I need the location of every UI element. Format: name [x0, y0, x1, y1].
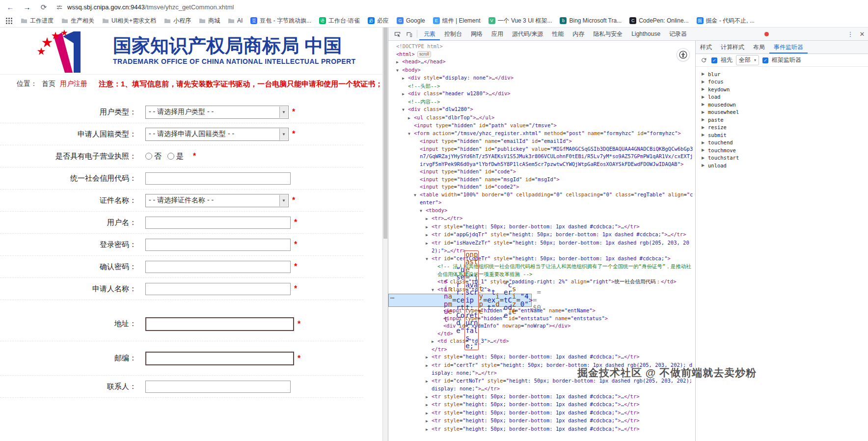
bookmark-folder[interactable]: 商城	[195, 15, 223, 27]
tree-node-selected[interactable]: ⋯<input name="userr.certCode" onpaste="j…	[388, 294, 532, 307]
expand-arrow-icon[interactable]: ▶	[702, 102, 708, 107]
event-listener-row[interactable]: ▶resize	[696, 124, 868, 132]
bookmark-item[interactable]: bBing Microsoft Tra...	[556, 16, 625, 26]
tree-node[interactable]: ▶<tr style="height: 50px; border-bottom:…	[388, 425, 695, 434]
inspect-element-icon[interactable]	[391, 28, 403, 40]
reload-icon[interactable]: ⟳	[39, 3, 48, 12]
tree-node[interactable]: ▶<tr style="height: 50px; border-bottom:…	[388, 223, 695, 231]
framework-checkbox[interactable]: ✓	[762, 57, 768, 63]
expand-arrow-icon[interactable]: ▶	[702, 72, 708, 76]
tree-node[interactable]: ▶<tr style="height: 50px; border-bottom:…	[388, 401, 695, 409]
expand-arrow-icon[interactable]: ▶	[702, 163, 708, 167]
bookmark-item[interactable]: GGoogle	[393, 16, 429, 26]
bookmark-folder[interactable]: 小程序	[161, 15, 194, 27]
expand-arrow-icon[interactable]: ▶	[702, 80, 708, 84]
tree-node[interactable]: ▼<tbody>	[388, 207, 695, 215]
tree-node[interactable]: ▶<head>…</head>	[388, 58, 695, 66]
devtools-tab[interactable]: 网络	[466, 28, 487, 40]
tree-node[interactable]: ▼<div class="dlw1280">	[388, 106, 695, 114]
expand-arrow-icon[interactable]: ▶	[702, 117, 708, 122]
collapse-arrow-icon[interactable]: ▼	[420, 207, 426, 215]
devtools-tab[interactable]: 内存	[568, 28, 589, 40]
sidebar-tab[interactable]: 计算样式	[716, 41, 749, 54]
collapse-arrow-icon[interactable]: ▼	[402, 106, 408, 114]
tree-node[interactable]: ▶<div class="header w1280">…</div>	[388, 90, 695, 98]
expand-arrow-icon[interactable]: ▶	[426, 401, 432, 409]
event-listener-row[interactable]: ▶touchstart	[696, 154, 868, 162]
tree-node[interactable]: <!--头部-->	[388, 83, 695, 90]
devtools-tab[interactable]: 应用	[487, 28, 508, 40]
username-input[interactable]	[145, 217, 291, 229]
bookmark-item[interactable]: CCodePen: Online...	[626, 16, 692, 26]
radio-option[interactable]: 是	[167, 152, 184, 161]
site-settings-icon[interactable]	[56, 4, 63, 11]
expand-arrow-icon[interactable]: ▶	[426, 354, 432, 361]
bookmark-item[interactable]: E组件 | Element	[430, 15, 484, 27]
expand-arrow-icon[interactable]: ▶	[702, 87, 708, 91]
expand-arrow-icon[interactable]: ▶	[408, 114, 414, 122]
event-listener-row[interactable]: ▶keydown	[696, 85, 868, 93]
confirm-password-input[interactable]	[145, 261, 291, 273]
tree-node[interactable]: ▼<table width="100%" border="0" cellpadd…	[388, 191, 695, 207]
tree-node[interactable]: ▶<tr id="certNoTr" style="height: 50px; …	[388, 377, 695, 393]
event-listener-row[interactable]: ▶touchend	[696, 139, 868, 147]
expand-arrow-icon[interactable]: ▶	[702, 148, 708, 152]
expand-arrow-icon[interactable]: ▶	[402, 75, 408, 83]
register-link[interactable]: 用户注册	[60, 80, 87, 88]
applicant-name-input[interactable]	[145, 283, 291, 295]
tree-node[interactable]: <!-- 法人和其他组织统一社会信用代码相当于让法人和其他组织拥有了一个全国统一…	[388, 263, 695, 278]
page-scrollbar[interactable]	[382, 28, 388, 441]
tree-node[interactable]: <input type="hidden" id="path" value="/t…	[388, 122, 695, 130]
bookmark-item[interactable]: 掘掘金 - 代码不止, ...	[693, 15, 758, 27]
expand-arrow-icon[interactable]: ▶	[702, 125, 708, 130]
cert-name-select[interactable]: - - 请选择证件名称 - -▼	[145, 194, 289, 207]
tree-node[interactable]: ▶<tr id="isHaveZzTr" style="height: 50px…	[388, 239, 695, 255]
event-listener-row[interactable]: ▶blur	[696, 70, 868, 78]
url-text[interactable]: wssq.sbj.cnipa.gov.cn:9443/tmsve/yhzc_ge…	[67, 3, 234, 11]
devtools-tab[interactable]: 源代码/来源	[508, 28, 547, 40]
event-listener-row[interactable]: ▶touchmove	[696, 146, 868, 154]
tree-node[interactable]: <!DOCTYPE html>	[388, 43, 695, 51]
tree-node[interactable]: </tr>	[388, 346, 695, 354]
devtools-tab[interactable]: 元素	[419, 28, 440, 40]
devtools-tab[interactable]: 性能	[547, 28, 568, 40]
tree-node[interactable]: <input type="hidden" id="publickey" valu…	[388, 145, 695, 168]
expand-arrow-icon[interactable]: ▶	[432, 338, 437, 346]
back-icon[interactable]: ←	[6, 3, 15, 11]
tree-node[interactable]: ▶<div style="display: none">…</div>	[388, 74, 695, 83]
event-listener-row[interactable]: ▶submit	[696, 131, 868, 139]
tree-node[interactable]: <input type="hidden" id="code2">	[388, 183, 695, 191]
expand-arrow-icon[interactable]: ▶	[426, 215, 432, 223]
tree-node[interactable]: ▶<tr>…</tr>	[388, 215, 695, 223]
event-listener-row[interactable]: ▶paste	[696, 116, 868, 124]
tree-node[interactable]: <td class="td_1" style="padding-right: 2…	[388, 278, 695, 286]
scrollbar-thumb[interactable]	[383, 28, 387, 239]
forward-icon[interactable]: →	[23, 3, 31, 11]
collapse-arrow-icon[interactable]: ▼	[396, 67, 402, 75]
devtools-tab[interactable]: 隐私与安全	[589, 28, 627, 40]
expand-arrow-icon[interactable]: ▶	[426, 417, 432, 425]
collapse-arrow-icon[interactable]: ▼	[426, 255, 432, 263]
tree-node[interactable]: ▼<body>	[388, 66, 695, 75]
sidebar-tab[interactable]: 布局	[749, 41, 769, 54]
bookmark-folder[interactable]: 工作进度	[17, 15, 57, 27]
credit-code-input[interactable]	[145, 172, 291, 185]
bookmark-item[interactable]: 豆豆包 - 字节跳动旗...	[247, 15, 315, 27]
tree-node[interactable]: <input type="hidden" name="emailId" id="…	[388, 138, 695, 145]
user-type-select[interactable]: - - 请选择用户类型 - -▼	[145, 106, 289, 119]
tree-node[interactable]: <!--内容-->	[388, 98, 695, 106]
login-password-input[interactable]	[145, 239, 291, 251]
tree-node[interactable]: ▶<ul class="dlbrTop">…</ul>	[388, 114, 695, 122]
tree-node[interactable]: </td>	[388, 330, 695, 338]
error-indicator-icon[interactable]	[764, 32, 769, 36]
tree-node[interactable]: <input type="hidden" id="code">	[388, 168, 695, 176]
bookmark-folder[interactable]: 生产相关	[58, 15, 98, 27]
tree-node[interactable]: <input type="hidden" name="msgId" id="ms…	[388, 176, 695, 184]
expand-arrow-icon[interactable]: ▶	[702, 140, 708, 145]
expand-arrow-icon[interactable]: ▶	[426, 240, 432, 248]
bookmark-folder[interactable]: UI相关+需求文档	[99, 15, 160, 27]
event-listener-row[interactable]: ▶focus	[696, 78, 868, 86]
tree-node[interactable]: ▼<td class="td_2">	[388, 286, 695, 294]
tree-node[interactable]: <input type="hidden" id="entstatus" name…	[388, 315, 695, 323]
bookmark-item[interactable]: V一个 Vue 3 UI 框架...	[485, 15, 556, 27]
